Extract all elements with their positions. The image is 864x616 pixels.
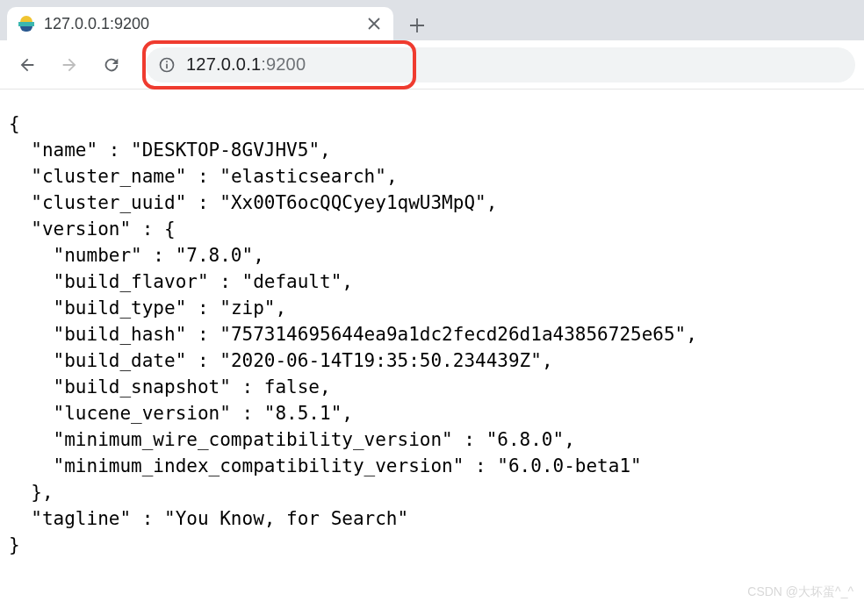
address-bar-wrapper: 127.0.0.1:9200 [146, 47, 855, 82]
forward-button[interactable] [51, 47, 88, 83]
tab-title: 127.0.0.1:9200 [44, 15, 356, 33]
resp-tagline: You Know, for Search [176, 508, 398, 529]
close-tab-icon[interactable] [365, 15, 383, 32]
resp-version-number: 7.8.0 [186, 245, 241, 266]
resp-cluster-uuid: Xx00T6ocQQCyey1qwU3MpQ [231, 192, 475, 213]
address-bar[interactable]: 127.0.0.1:9200 [146, 47, 855, 82]
tab-strip: 127.0.0.1:9200 [0, 0, 864, 40]
resp-build-snapshot: false [264, 376, 320, 398]
back-button[interactable] [9, 47, 46, 83]
site-info-icon[interactable] [158, 56, 176, 74]
svg-rect-1 [166, 63, 168, 68]
resp-min-wire: 6.8.0 [497, 429, 552, 450]
url-text: 127.0.0.1:9200 [186, 54, 306, 75]
resp-min-index: 6.0.0-beta1 [508, 455, 630, 476]
new-tab-button[interactable] [402, 11, 432, 40]
resp-build-type: zip [231, 297, 264, 319]
browser-tab[interactable]: 127.0.0.1:9200 [7, 7, 393, 40]
resp-build-flavor: default [253, 271, 331, 292]
watermark: CSDN @大坏蛋^_^ [747, 584, 853, 600]
elasticsearch-favicon [18, 15, 35, 32]
toolbar: 127.0.0.1:9200 [0, 40, 864, 90]
resp-lucene-version: 8.5.1 [275, 403, 330, 424]
svg-rect-2 [166, 61, 168, 62]
resp-name: DESKTOP-8GVJHV5 [142, 140, 309, 161]
resp-build-hash: 757314695644ea9a1dc2fecd26d1a43856725e65 [231, 324, 675, 345]
resp-build-date: 2020-06-14T19:35:50.234439Z [231, 350, 530, 371]
resp-cluster-name: elasticsearch [231, 166, 375, 187]
reload-button[interactable] [93, 47, 130, 83]
response-body: { "name" : "DESKTOP-8GVJHV5", "cluster_n… [0, 90, 864, 567]
